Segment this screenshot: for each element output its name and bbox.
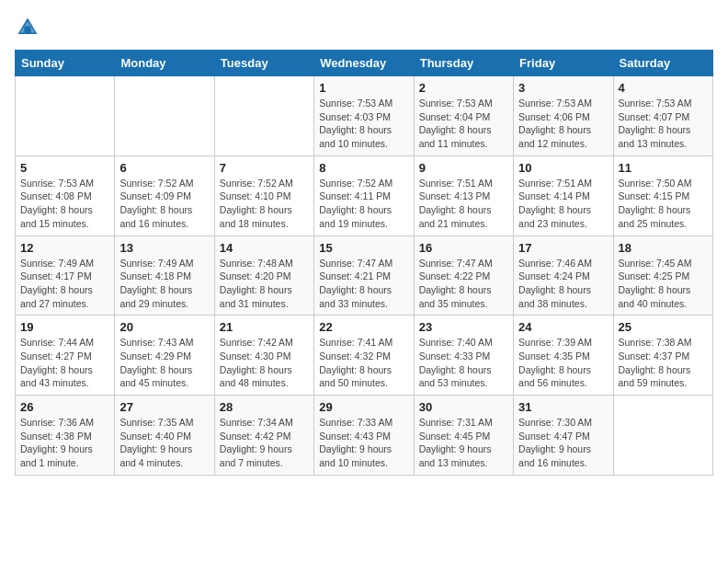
day-of-week-header: Saturday <box>613 51 712 76</box>
calendar-cell <box>16 76 115 156</box>
logo-icon <box>15 15 40 40</box>
calendar-cell: 19Sunrise: 7:44 AM Sunset: 4:27 PM Dayli… <box>16 316 115 396</box>
day-number: 13 <box>119 241 209 255</box>
day-number: 23 <box>419 320 508 334</box>
day-number: 12 <box>20 241 109 255</box>
calendar-cell: 27Sunrise: 7:35 AM Sunset: 4:40 PM Dayli… <box>115 396 214 476</box>
day-number: 19 <box>20 320 109 334</box>
logo <box>15 15 44 40</box>
calendar-cell: 4Sunrise: 7:53 AM Sunset: 4:07 PM Daylig… <box>613 76 712 156</box>
day-of-week-header: Monday <box>115 51 214 76</box>
day-number: 20 <box>119 320 209 334</box>
day-number: 27 <box>119 400 209 414</box>
day-number: 26 <box>20 400 109 414</box>
calendar-header: SundayMondayTuesdayWednesdayThursdayFrid… <box>16 51 713 76</box>
day-number: 1 <box>319 81 408 95</box>
calendar-cell <box>115 76 214 156</box>
day-info: Sunrise: 7:48 AM Sunset: 4:20 PM Dayligh… <box>220 257 309 311</box>
day-number: 29 <box>319 400 408 414</box>
calendar-cell: 10Sunrise: 7:51 AM Sunset: 4:14 PM Dayli… <box>514 155 613 236</box>
day-info: Sunrise: 7:47 AM Sunset: 4:22 PM Dayligh… <box>419 257 508 311</box>
calendar-cell: 5Sunrise: 7:53 AM Sunset: 4:08 PM Daylig… <box>16 155 115 236</box>
calendar-cell: 1Sunrise: 7:53 AM Sunset: 4:03 PM Daylig… <box>314 76 414 156</box>
day-info: Sunrise: 7:47 AM Sunset: 4:21 PM Dayligh… <box>319 257 408 311</box>
calendar-cell: 2Sunrise: 7:53 AM Sunset: 4:04 PM Daylig… <box>414 76 513 156</box>
day-number: 30 <box>419 400 508 414</box>
calendar-cell: 30Sunrise: 7:31 AM Sunset: 4:45 PM Dayli… <box>414 396 513 476</box>
calendar-cell: 13Sunrise: 7:49 AM Sunset: 4:18 PM Dayli… <box>115 236 214 316</box>
day-info: Sunrise: 7:40 AM Sunset: 4:33 PM Dayligh… <box>419 336 508 390</box>
calendar-week-row: 1Sunrise: 7:53 AM Sunset: 4:03 PM Daylig… <box>16 76 713 156</box>
day-info: Sunrise: 7:52 AM Sunset: 4:09 PM Dayligh… <box>119 177 209 231</box>
day-info: Sunrise: 7:45 AM Sunset: 4:25 PM Dayligh… <box>619 257 708 311</box>
day-of-week-header: Wednesday <box>314 51 414 76</box>
day-of-week-header: Sunday <box>16 51 115 76</box>
day-number: 24 <box>518 320 608 334</box>
calendar-cell: 29Sunrise: 7:33 AM Sunset: 4:43 PM Dayli… <box>314 396 414 476</box>
calendar-cell <box>214 76 313 156</box>
day-number: 9 <box>419 161 508 175</box>
day-number: 7 <box>220 161 309 175</box>
calendar-cell: 20Sunrise: 7:43 AM Sunset: 4:29 PM Dayli… <box>115 316 214 396</box>
calendar-cell: 15Sunrise: 7:47 AM Sunset: 4:21 PM Dayli… <box>314 236 414 316</box>
day-info: Sunrise: 7:51 AM Sunset: 4:13 PM Dayligh… <box>419 177 508 231</box>
calendar-cell <box>613 396 712 476</box>
svg-rect-2 <box>25 27 31 34</box>
day-info: Sunrise: 7:52 AM Sunset: 4:11 PM Dayligh… <box>319 177 408 231</box>
calendar-cell: 11Sunrise: 7:50 AM Sunset: 4:15 PM Dayli… <box>613 155 712 236</box>
calendar-cell: 16Sunrise: 7:47 AM Sunset: 4:22 PM Dayli… <box>414 236 513 316</box>
day-number: 8 <box>319 161 408 175</box>
day-info: Sunrise: 7:39 AM Sunset: 4:35 PM Dayligh… <box>518 336 608 390</box>
day-info: Sunrise: 7:31 AM Sunset: 4:45 PM Dayligh… <box>419 416 508 470</box>
day-info: Sunrise: 7:53 AM Sunset: 4:08 PM Dayligh… <box>20 177 109 231</box>
day-number: 5 <box>20 161 109 175</box>
day-info: Sunrise: 7:49 AM Sunset: 4:18 PM Dayligh… <box>119 257 209 311</box>
day-number: 2 <box>419 81 508 95</box>
calendar-cell: 25Sunrise: 7:38 AM Sunset: 4:37 PM Dayli… <box>613 316 712 396</box>
day-info: Sunrise: 7:42 AM Sunset: 4:30 PM Dayligh… <box>220 336 309 390</box>
day-info: Sunrise: 7:43 AM Sunset: 4:29 PM Dayligh… <box>119 336 209 390</box>
day-number: 18 <box>619 241 708 255</box>
day-number: 28 <box>220 400 309 414</box>
calendar-table: SundayMondayTuesdayWednesdayThursdayFrid… <box>15 50 713 476</box>
day-number: 25 <box>619 320 708 334</box>
day-number: 22 <box>319 320 408 334</box>
day-info: Sunrise: 7:53 AM Sunset: 4:06 PM Dayligh… <box>518 97 608 151</box>
day-info: Sunrise: 7:35 AM Sunset: 4:40 PM Dayligh… <box>119 416 209 470</box>
day-info: Sunrise: 7:51 AM Sunset: 4:14 PM Dayligh… <box>518 177 608 231</box>
day-of-week-header: Tuesday <box>214 51 313 76</box>
calendar-cell: 22Sunrise: 7:41 AM Sunset: 4:32 PM Dayli… <box>314 316 414 396</box>
calendar-cell: 6Sunrise: 7:52 AM Sunset: 4:09 PM Daylig… <box>115 155 214 236</box>
calendar-body: 1Sunrise: 7:53 AM Sunset: 4:03 PM Daylig… <box>16 76 713 476</box>
calendar-cell: 3Sunrise: 7:53 AM Sunset: 4:06 PM Daylig… <box>514 76 613 156</box>
calendar-week-row: 19Sunrise: 7:44 AM Sunset: 4:27 PM Dayli… <box>16 316 713 396</box>
day-info: Sunrise: 7:53 AM Sunset: 4:03 PM Dayligh… <box>319 97 408 151</box>
day-info: Sunrise: 7:52 AM Sunset: 4:10 PM Dayligh… <box>220 177 309 231</box>
day-info: Sunrise: 7:30 AM Sunset: 4:47 PM Dayligh… <box>518 416 608 470</box>
day-number: 10 <box>518 161 608 175</box>
day-info: Sunrise: 7:33 AM Sunset: 4:43 PM Dayligh… <box>319 416 408 470</box>
calendar-cell: 18Sunrise: 7:45 AM Sunset: 4:25 PM Dayli… <box>613 236 712 316</box>
day-of-week-header: Thursday <box>414 51 513 76</box>
day-number: 14 <box>220 241 309 255</box>
day-info: Sunrise: 7:44 AM Sunset: 4:27 PM Dayligh… <box>20 336 109 390</box>
calendar-cell: 14Sunrise: 7:48 AM Sunset: 4:20 PM Dayli… <box>214 236 313 316</box>
calendar-cell: 9Sunrise: 7:51 AM Sunset: 4:13 PM Daylig… <box>414 155 513 236</box>
calendar-week-row: 12Sunrise: 7:49 AM Sunset: 4:17 PM Dayli… <box>16 236 713 316</box>
day-info: Sunrise: 7:38 AM Sunset: 4:37 PM Dayligh… <box>619 336 708 390</box>
calendar-week-row: 5Sunrise: 7:53 AM Sunset: 4:08 PM Daylig… <box>16 155 713 236</box>
day-info: Sunrise: 7:53 AM Sunset: 4:04 PM Dayligh… <box>419 97 508 151</box>
day-info: Sunrise: 7:34 AM Sunset: 4:42 PM Dayligh… <box>220 416 309 470</box>
day-number: 21 <box>220 320 309 334</box>
day-number: 16 <box>419 241 508 255</box>
day-info: Sunrise: 7:46 AM Sunset: 4:24 PM Dayligh… <box>518 257 608 311</box>
day-number: 3 <box>518 81 608 95</box>
day-number: 4 <box>619 81 708 95</box>
day-info: Sunrise: 7:41 AM Sunset: 4:32 PM Dayligh… <box>319 336 408 390</box>
day-number: 6 <box>119 161 209 175</box>
header-row: SundayMondayTuesdayWednesdayThursdayFrid… <box>16 51 713 76</box>
day-info: Sunrise: 7:49 AM Sunset: 4:17 PM Dayligh… <box>20 257 109 311</box>
day-number: 17 <box>518 241 608 255</box>
calendar-cell: 24Sunrise: 7:39 AM Sunset: 4:35 PM Dayli… <box>514 316 613 396</box>
calendar-cell: 8Sunrise: 7:52 AM Sunset: 4:11 PM Daylig… <box>314 155 414 236</box>
